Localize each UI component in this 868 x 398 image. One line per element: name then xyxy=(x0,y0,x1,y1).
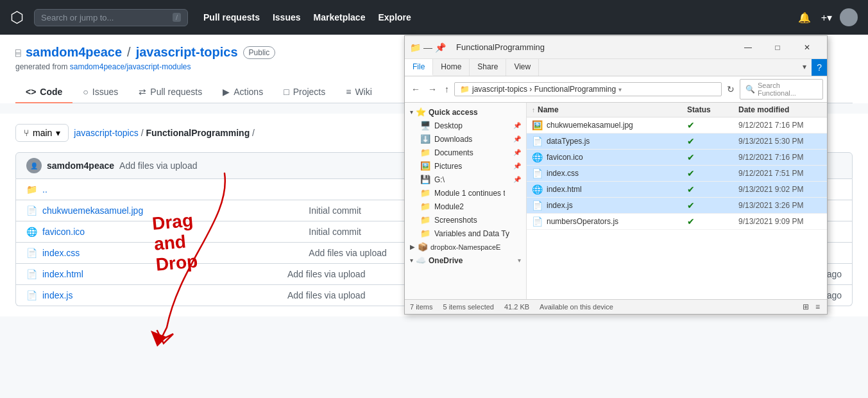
file-name-2[interactable]: index.css xyxy=(42,248,309,258)
generated-from-link[interactable]: samdom4peace/javascript-modules xyxy=(70,62,191,71)
exp-file-status-5: ✔ xyxy=(687,200,738,211)
exp-file-row-5[interactable]: 📄 index.js ✔ 9/13/2021 3:26 PM xyxy=(527,198,827,214)
exp-file-status-4: ✔ xyxy=(687,184,738,195)
close-button[interactable]: ✕ xyxy=(792,36,822,59)
dropbox-header[interactable]: ▶ 📦 dropbox-NamespaceEx xyxy=(405,240,526,254)
nav-issues[interactable]: Issues xyxy=(268,8,306,26)
col-name-header[interactable]: Name xyxy=(538,105,687,114)
quick-access-header[interactable]: ▾ ⭐ Quick access xyxy=(405,105,526,119)
branch-selector[interactable]: ⑂ main ▾ xyxy=(15,124,69,142)
sidebar-item-downloads[interactable]: ⬇️ Downloads 📌 xyxy=(405,132,526,146)
refresh-button[interactable]: ↻ xyxy=(724,83,737,96)
nav-pull-requests[interactable]: Pull requests xyxy=(198,8,265,26)
github-logo[interactable]: ⬡ xyxy=(10,8,24,26)
file-name-1[interactable]: favicon.ico xyxy=(42,227,309,237)
sidebar-item-pictures[interactable]: 🖼️ Pictures 📌 xyxy=(405,159,526,173)
search-placeholder: Search or jump to... xyxy=(41,13,114,22)
notifications-icon[interactable]: 🔔 xyxy=(796,9,813,26)
exp-file-row-0[interactable]: 🖼️ chukwuemekasamuel.jpg ✔ 9/12/2021 7:1… xyxy=(527,117,827,134)
file-icon-2: 📄 xyxy=(26,248,37,258)
sidebar-item-desktop[interactable]: 🖥️ Desktop 📌 xyxy=(405,119,526,132)
file-name-4[interactable]: index.js xyxy=(42,290,287,300)
variables-icon: 📁 xyxy=(420,229,430,238)
breadcrumb-repo-link[interactable]: javascript-topics xyxy=(74,128,138,138)
search-icon: 🔍 xyxy=(745,85,755,94)
tab-issues[interactable]: ○ Issues xyxy=(72,82,128,103)
details-view-button[interactable]: ⊞ xyxy=(801,302,811,312)
tab-wiki[interactable]: ≡ Wiki xyxy=(336,82,382,103)
maximize-button[interactable]: □ xyxy=(763,36,792,59)
file-name-0[interactable]: chukwuemekasamuel.jpg xyxy=(42,205,309,216)
ribbon-tab-home[interactable]: Home xyxy=(433,59,470,76)
sidebar-item-documents[interactable]: 📁 Documents 📌 xyxy=(405,146,526,159)
repo-name-link[interactable]: javascript-topics xyxy=(136,45,238,60)
address-path[interactable]: 📁 javascript-topics › FunctionalProgramm… xyxy=(454,82,722,96)
exp-file-row-4[interactable]: 🌐 index.html ✔ 9/13/2021 9:02 PM xyxy=(527,182,827,198)
committer-name[interactable]: samdom4peace xyxy=(47,160,114,171)
onedrive-header[interactable]: ▾ ☁️ OneDrive ▾ xyxy=(405,254,526,267)
tab-projects[interactable]: □ Projects xyxy=(273,82,336,103)
sidebar-item-module2[interactable]: 📁 Module2 xyxy=(405,200,526,213)
tab-actions[interactable]: ▶ Actions xyxy=(212,82,273,103)
list-view-button[interactable]: ≡ xyxy=(813,302,822,312)
module1-label: Module 1 continues tv xyxy=(434,189,505,198)
module2-label: Module2 xyxy=(434,202,464,211)
issues-icon: ○ xyxy=(83,87,88,97)
sidebar-item-variables[interactable]: 📁 Variables and Data Ty xyxy=(405,227,526,240)
ribbon-tab-file[interactable]: File xyxy=(405,59,433,76)
exp-file-date-6: 9/13/2021 9:09 PM xyxy=(738,217,822,226)
exp-file-row-3[interactable]: 📄 index.css ✔ 9/12/2021 7:51 PM xyxy=(527,166,827,182)
status-check-6: ✔ xyxy=(687,216,695,227)
col-status-header[interactable]: Status xyxy=(687,105,738,114)
column-headers: ↑ Name Status Date modified xyxy=(527,103,827,117)
exp-file-row-6[interactable]: 📄 numbersOperators.js ✔ 9/13/2021 9:09 P… xyxy=(527,214,827,230)
file-icon-3: 📄 xyxy=(26,269,37,279)
repo-owner-link[interactable]: samdom4peace xyxy=(26,45,122,60)
folder-title-icon: 📁 xyxy=(410,42,421,53)
exp-file-icon-2: 🌐 xyxy=(532,152,543,162)
exp-file-name-2: favicon.ico xyxy=(547,153,687,162)
sidebar-item-g-drive[interactable]: 💾 G:\ 📌 xyxy=(405,173,526,186)
sidebar-item-module1[interactable]: 📁 Module 1 continues tv xyxy=(405,186,526,200)
exp-file-date-0: 9/12/2021 7:16 PM xyxy=(738,121,822,130)
nav-marketplace[interactable]: Marketplace xyxy=(309,8,371,26)
forward-button[interactable]: → xyxy=(425,83,439,96)
onedrive-arrow: ▾ xyxy=(410,257,413,264)
col-date-header[interactable]: Date modified xyxy=(738,105,822,114)
ribbon-help-button[interactable]: ? xyxy=(812,59,827,76)
ribbon-tab-share[interactable]: Share xyxy=(470,59,506,76)
module1-icon: 📁 xyxy=(420,188,430,198)
minimize-button[interactable]: — xyxy=(733,36,763,59)
search-field[interactable]: 🔍 Search Functional... xyxy=(740,79,823,100)
ribbon-tab-view[interactable]: View xyxy=(506,59,539,76)
file-name-3[interactable]: index.html xyxy=(42,269,287,279)
status-check-3: ✔ xyxy=(687,168,695,178)
sidebar-item-screenshots[interactable]: 📁 Screenshots xyxy=(405,213,526,227)
add-icon[interactable]: +▾ xyxy=(819,9,835,26)
sort-arrow: ↑ xyxy=(532,107,535,114)
exp-file-date-3: 9/12/2021 7:51 PM xyxy=(738,169,822,178)
exp-file-row-2[interactable]: 🌐 favicon.ico ✔ 9/12/2021 7:16 PM xyxy=(527,150,827,166)
user-avatar[interactable] xyxy=(840,8,858,26)
g-drive-icon: 💾 xyxy=(420,175,430,184)
file-icon-4: 📄 xyxy=(26,290,37,300)
items-count: 7 items xyxy=(410,303,432,311)
tab-pull-requests[interactable]: ⇄ Pull requests xyxy=(128,82,212,103)
exp-file-row-1[interactable]: 📄 dataTypes.js ✔ 9/13/2021 5:30 PM xyxy=(527,134,827,150)
up-button[interactable]: ↑ xyxy=(442,83,452,96)
quick-access-arrow: ▾ xyxy=(410,108,413,116)
nav-explore[interactable]: Explore xyxy=(373,8,416,26)
folder-up-icon: 📁 xyxy=(26,184,37,195)
search-bar[interactable]: Search or jump to... / xyxy=(34,9,188,26)
file-explorer-window: 📁 — 📌 FunctionalProgramming — □ ✕ File H… xyxy=(404,35,828,315)
committer-avatar: 👤 xyxy=(26,158,42,173)
exp-file-status-2: ✔ xyxy=(687,152,738,162)
file-name-dotdot[interactable]: .. xyxy=(42,184,309,195)
selected-count: 5 items selected xyxy=(443,303,493,311)
exp-file-name-3: index.css xyxy=(547,169,687,178)
tab-code[interactable]: <> Code xyxy=(15,82,72,103)
title-bar-icons: 📁 — 📌 xyxy=(410,42,446,53)
ribbon-expand-button[interactable]: ▾ xyxy=(797,59,812,76)
exp-file-name-6: numbersOperators.js xyxy=(547,217,687,226)
back-button[interactable]: ← xyxy=(409,83,423,96)
